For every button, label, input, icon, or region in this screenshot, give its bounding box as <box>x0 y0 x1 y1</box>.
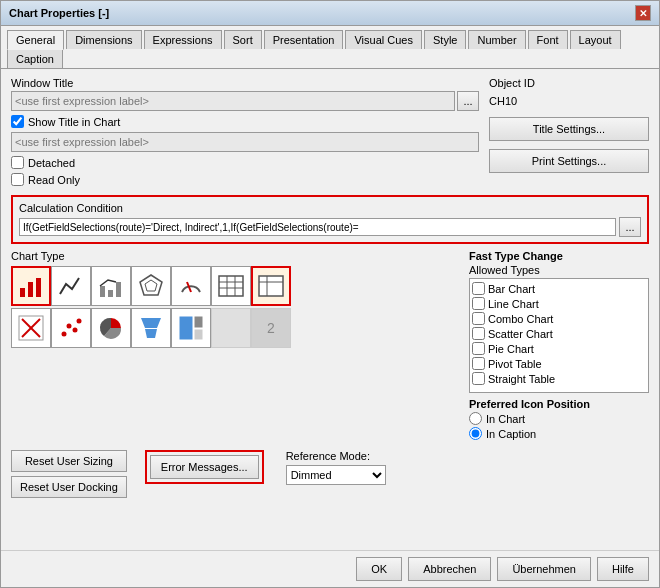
window-title-browse-button[interactable]: ... <box>457 91 479 111</box>
reset-sizing-button[interactable]: Reset User Sizing <box>11 450 127 472</box>
chart-icon-placeholder: 2 <box>251 308 291 348</box>
chart-icon-pie[interactable] <box>91 308 131 348</box>
calc-condition-label: Calculation Condition <box>19 202 641 214</box>
type-pivot-table: Pivot Table <box>472 356 646 371</box>
footer: OK Abbrechen Übernehmen Hilfe <box>1 550 659 587</box>
chart-icon-table[interactable] <box>211 266 251 306</box>
svg-point-20 <box>62 332 67 337</box>
svg-rect-4 <box>108 290 113 297</box>
chart-icon-combo[interactable] <box>91 266 131 306</box>
svg-rect-1 <box>28 282 33 297</box>
type-line-chart-checkbox[interactable] <box>472 297 485 310</box>
detached-label: Detached <box>28 157 75 169</box>
fast-type-label: Fast Type Change <box>469 250 649 262</box>
chart-icon-treemap[interactable] <box>171 308 211 348</box>
type-scatter-chart-label: Scatter Chart <box>488 328 553 340</box>
reset-docking-button[interactable]: Reset User Docking <box>11 476 127 498</box>
window-title: Chart Properties [-] <box>9 7 109 19</box>
svg-rect-5 <box>116 282 121 297</box>
apply-button[interactable]: Übernehmen <box>497 557 591 581</box>
in-caption-label: In Caption <box>486 428 536 440</box>
type-pie-chart-checkbox[interactable] <box>472 342 485 355</box>
svg-rect-9 <box>219 276 243 296</box>
chart-icon-radar[interactable] <box>131 266 171 306</box>
chart-icon-scatter[interactable] <box>51 308 91 348</box>
calc-condition-input[interactable] <box>19 218 616 236</box>
fast-type-section: Fast Type Change Allowed Types Bar Chart… <box>469 250 649 442</box>
object-id-section: Object ID CH10 Title Settings... Print S… <box>489 77 649 190</box>
show-title-input[interactable] <box>11 132 479 152</box>
tab-presentation[interactable]: Presentation <box>264 30 344 49</box>
svg-point-22 <box>73 328 78 333</box>
svg-rect-3 <box>100 286 105 297</box>
chart-icon-line[interactable] <box>51 266 91 306</box>
type-bar-chart-checkbox[interactable] <box>472 282 485 295</box>
type-pivot-table-label: Pivot Table <box>488 358 542 370</box>
chart-icon-selected-highlight[interactable] <box>251 266 291 306</box>
detached-row: Detached <box>11 156 479 169</box>
type-bar-chart-label: Bar Chart <box>488 283 535 295</box>
in-chart-radio-row: In Chart <box>469 412 649 425</box>
svg-marker-24 <box>141 318 161 328</box>
preferred-icon-label: Preferred Icon Position <box>469 398 649 410</box>
detached-checkbox[interactable] <box>11 156 24 169</box>
chart-icon-x[interactable] <box>11 308 51 348</box>
tab-general[interactable]: General <box>7 30 64 50</box>
svg-marker-25 <box>145 329 157 338</box>
chart-icon-funnel[interactable] <box>131 308 171 348</box>
type-scatter-chart-checkbox[interactable] <box>472 327 485 340</box>
tab-caption[interactable]: Caption <box>7 49 63 68</box>
svg-marker-7 <box>145 280 157 291</box>
type-combo-chart-checkbox[interactable] <box>472 312 485 325</box>
tab-visual-cues[interactable]: Visual Cues <box>345 30 422 49</box>
in-caption-radio-row: In Caption <box>469 427 649 440</box>
close-button[interactable]: ✕ <box>635 5 651 21</box>
type-pie-chart: Pie Chart <box>472 341 646 356</box>
allowed-types-list[interactable]: Bar Chart Line Chart Combo Chart Scatter… <box>469 278 649 393</box>
object-id-value: CH10 <box>489 95 517 107</box>
tab-expressions[interactable]: Expressions <box>144 30 222 49</box>
window-title-input[interactable] <box>11 91 455 111</box>
svg-rect-14 <box>259 276 283 296</box>
bottom-section: Reset User Sizing Reset User Docking Err… <box>11 450 649 498</box>
svg-rect-26 <box>179 316 193 340</box>
tab-layout[interactable]: Layout <box>570 30 621 49</box>
print-settings-button[interactable]: Print Settings... <box>489 149 649 173</box>
tab-number[interactable]: Number <box>468 30 525 49</box>
type-pivot-table-checkbox[interactable] <box>472 357 485 370</box>
chart-icon-gauge[interactable] <box>171 266 211 306</box>
tab-style[interactable]: Style <box>424 30 466 49</box>
help-button[interactable]: Hilfe <box>597 557 649 581</box>
error-messages-box: Error Messages... <box>145 450 264 484</box>
type-combo-chart: Combo Chart <box>472 311 646 326</box>
cancel-button[interactable]: Abbrechen <box>408 557 491 581</box>
error-messages-button[interactable]: Error Messages... <box>150 455 259 479</box>
content-area: Window Title ... Show Title in Chart Det… <box>1 69 659 550</box>
svg-rect-0 <box>20 288 25 297</box>
type-straight-table-checkbox[interactable] <box>472 372 485 385</box>
chart-icon-bar[interactable] <box>11 266 51 306</box>
show-title-checkbox[interactable] <box>11 115 24 128</box>
reference-mode-select[interactable]: Dimmed Normal Hidden <box>286 465 386 485</box>
in-caption-radio[interactable] <box>469 427 482 440</box>
type-bar-chart: Bar Chart <box>472 281 646 296</box>
svg-marker-6 <box>140 275 162 295</box>
svg-rect-2 <box>36 278 41 297</box>
window-title-section: Window Title ... Show Title in Chart Det… <box>11 77 479 190</box>
tab-bar: General Dimensions Expressions Sort Pres… <box>1 26 659 69</box>
ok-button[interactable]: OK <box>356 557 402 581</box>
object-id-label: Object ID <box>489 77 649 89</box>
tab-sort[interactable]: Sort <box>224 30 262 49</box>
title-settings-button[interactable]: Title Settings... <box>489 117 649 141</box>
calc-condition-row: ... <box>19 217 641 237</box>
in-chart-radio[interactable] <box>469 412 482 425</box>
type-combo-chart-label: Combo Chart <box>488 313 553 325</box>
reference-mode-label: Reference Mode: <box>286 450 386 462</box>
tab-font[interactable]: Font <box>528 30 568 49</box>
readonly-checkbox[interactable] <box>11 173 24 186</box>
tab-dimensions[interactable]: Dimensions <box>66 30 141 49</box>
reference-mode-section: Reference Mode: Dimmed Normal Hidden <box>286 450 386 485</box>
chart-icon-blank1 <box>211 308 251 348</box>
readonly-row: Read Only <box>11 173 479 186</box>
calc-condition-browse-button[interactable]: ... <box>619 217 641 237</box>
